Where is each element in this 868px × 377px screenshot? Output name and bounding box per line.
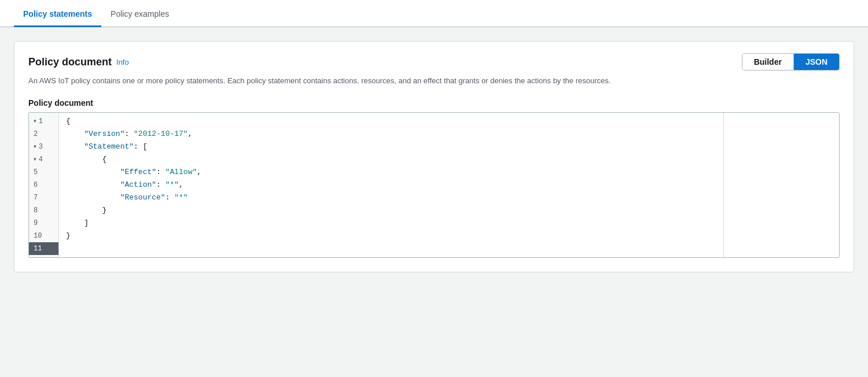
line-num-9: 9	[29, 217, 58, 230]
code-line-3: "Statement": [	[59, 141, 723, 153]
card-description: An AWS IoT policy contains one or more p…	[28, 75, 840, 87]
line-num-2: 2	[29, 128, 58, 141]
page-container: Policy statements Policy examples Policy…	[0, 0, 868, 377]
tabs-bar: Policy statements Policy examples	[0, 0, 868, 27]
line-num-3: ▼ 3	[29, 141, 58, 153]
code-line-1: {	[59, 115, 723, 128]
editor-inner: ▼ 1 2 ▼ 3 ▼ 4	[29, 113, 839, 257]
builder-toggle-button[interactable]: Builder	[742, 54, 794, 70]
view-toggle-group: Builder JSON	[742, 53, 840, 71]
line-numbers: ▼ 1 2 ▼ 3 ▼ 4	[29, 113, 59, 257]
card-title-area: Policy document Info	[28, 56, 129, 68]
code-line-2: "Version": "2012-10-17",	[59, 128, 723, 141]
line-num-7: 7	[29, 191, 58, 204]
chevron-3: ▼	[34, 144, 36, 149]
extra-area	[14, 272, 854, 330]
card-header: Policy document Info Builder JSON	[28, 53, 840, 71]
tab-policy-statements[interactable]: Policy statements	[14, 0, 101, 27]
code-line-5: "Effect": "Allow",	[59, 166, 723, 179]
line-num-8: 8	[29, 204, 58, 217]
line-num-1: ▼ 1	[29, 115, 58, 128]
code-line-4: {	[59, 153, 723, 166]
policy-document-card: Policy document Info Builder JSON An AWS…	[14, 41, 854, 272]
content-area: Policy document Info Builder JSON An AWS…	[0, 27, 868, 344]
code-line-7: "Resource": "*"	[59, 191, 723, 204]
code-line-10: }	[59, 230, 723, 242]
code-line-6: "Action": "*",	[59, 179, 723, 191]
line-num-10: 10	[29, 230, 58, 242]
chevron-4: ▼	[34, 157, 36, 162]
json-toggle-button[interactable]: JSON	[794, 54, 839, 70]
code-line-11	[59, 242, 723, 255]
code-area[interactable]: { "Version": "2012-10-17", "Statement": …	[59, 113, 723, 257]
line-num-4: ▼ 4	[29, 153, 58, 166]
info-link[interactable]: Info	[116, 58, 129, 66]
card-title: Policy document	[28, 56, 112, 68]
code-editor[interactable]: ▼ 1 2 ▼ 3 ▼ 4	[28, 112, 840, 258]
code-gutter	[723, 113, 839, 257]
code-line-8: }	[59, 204, 723, 217]
line-num-5: 5	[29, 166, 58, 179]
tab-policy-examples[interactable]: Policy examples	[101, 0, 178, 27]
code-line-9: ]	[59, 217, 723, 230]
chevron-1: ▼	[34, 119, 36, 124]
line-num-11: 11	[29, 242, 58, 255]
editor-label: Policy document	[28, 98, 840, 108]
line-num-6: 6	[29, 179, 58, 191]
